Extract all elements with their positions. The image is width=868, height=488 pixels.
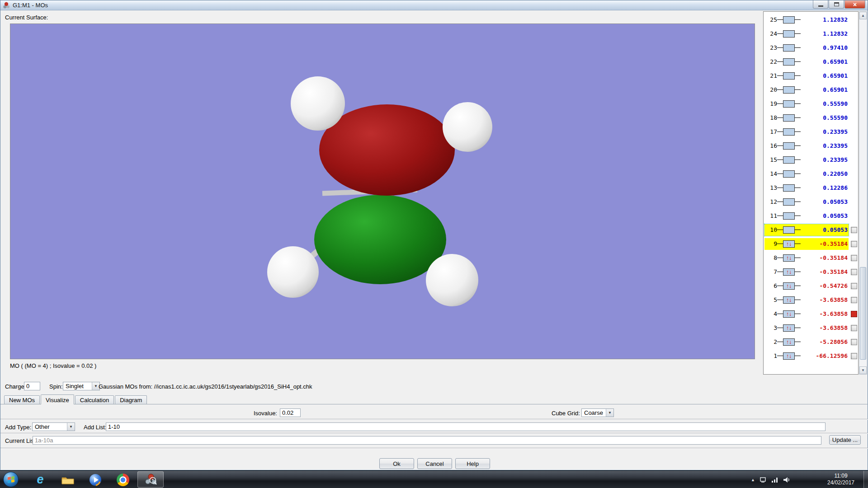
mo-row-main[interactable]: 22 0.65901 xyxy=(764,56,849,68)
taskbar-file-explorer[interactable] xyxy=(55,471,81,488)
mo-occupancy-box[interactable] xyxy=(783,16,795,23)
mo-occupancy-box[interactable] xyxy=(783,184,795,192)
mo-row-main[interactable]: 14 0.22050 xyxy=(764,168,849,180)
mo-row-main[interactable]: 6 ↑↓ -0.54726 xyxy=(764,280,849,292)
update-button[interactable]: Update ... xyxy=(829,435,861,445)
mo-row-main[interactable]: 8 ↑↓ -0.35184 xyxy=(764,252,849,264)
start-button[interactable] xyxy=(3,472,19,487)
taskbar-clock[interactable]: 11:09 24/02/2017 xyxy=(820,473,862,486)
mo-occupancy-box[interactable] xyxy=(783,58,795,66)
mo-row-main[interactable]: 11 0.05053 xyxy=(764,210,849,222)
mo-row-main[interactable]: 4 ↑↓ -3.63858 xyxy=(764,308,849,320)
add-type-select[interactable]: Other ▼ xyxy=(32,422,75,431)
mo-occupancy-box[interactable] xyxy=(783,30,795,38)
mo-checkbox[interactable] xyxy=(851,297,857,303)
chevron-down-icon[interactable]: ▼ xyxy=(67,423,75,431)
mo-occupancy-box[interactable] xyxy=(783,128,795,136)
chevron-down-icon[interactable]: ▼ xyxy=(606,409,613,417)
action-center-icon[interactable] xyxy=(760,477,767,483)
mo-occupancy-box[interactable]: ↑↓ xyxy=(783,310,795,318)
mo-row-main[interactable]: 7 ↑↓ -0.35184 xyxy=(764,266,849,278)
mo-checkbox[interactable] xyxy=(851,325,857,331)
cube-grid-select[interactable]: Coarse ▼ xyxy=(581,408,614,417)
mo-checkbox[interactable] xyxy=(851,241,857,247)
mo-checkbox[interactable] xyxy=(851,269,857,275)
mo-occupancy-box[interactable] xyxy=(783,198,795,206)
network-icon[interactable] xyxy=(771,477,778,483)
mo-row-main[interactable]: 17 0.23395 xyxy=(764,126,849,138)
taskbar-gaussview-active[interactable] xyxy=(137,471,164,488)
scroll-down-icon[interactable]: ▼ xyxy=(859,366,867,374)
mo-occupancy-box[interactable]: ↑↓ xyxy=(783,254,795,262)
mo-row-main[interactable]: 3 ↑↓ -3.63858 xyxy=(764,322,849,334)
maximize-button[interactable] xyxy=(829,0,844,9)
mo-occupancy-box[interactable]: ↑↓ xyxy=(783,352,795,360)
tab-visualize[interactable]: Visualize xyxy=(41,394,74,404)
charge-input[interactable] xyxy=(24,382,40,390)
mo-occupancy-box[interactable] xyxy=(783,156,795,164)
mo-row-main[interactable]: 16 0.23395 xyxy=(764,140,849,152)
mo-row-main[interactable]: 24 1.12832 xyxy=(764,28,849,40)
mo-checkbox[interactable] xyxy=(851,339,857,345)
scroll-up-icon[interactable]: ▲ xyxy=(859,12,867,19)
mo-row-main[interactable]: 20 0.65901 xyxy=(764,84,849,96)
mo-occupancy-box[interactable]: ↑↓ xyxy=(783,282,795,290)
mo-checkbox[interactable] xyxy=(851,255,857,261)
taskbar-media-player[interactable] xyxy=(82,471,108,488)
tab-new-mos[interactable]: New MOs xyxy=(4,395,40,404)
mo-occupancy-box[interactable]: ↑↓ xyxy=(783,338,795,346)
mo-checkbox[interactable] xyxy=(851,311,857,317)
mo-row-main[interactable]: 5 ↑↓ -3.63858 xyxy=(764,294,849,306)
taskbar-chrome[interactable] xyxy=(110,471,136,488)
mo-occupancy-box[interactable] xyxy=(783,212,795,220)
tab-diagram[interactable]: Diagram xyxy=(115,395,147,404)
molecule-viewport[interactable] xyxy=(10,23,755,359)
mo-row-main[interactable]: 23 0.97410 xyxy=(764,42,849,54)
mo-occupancy-box[interactable]: ↑↓ xyxy=(783,240,795,248)
molecule-render[interactable] xyxy=(10,24,755,359)
mo-energy: 0.65901 xyxy=(801,86,848,93)
mo-row-main[interactable]: 15 0.23395 xyxy=(764,154,849,166)
show-desktop-button[interactable] xyxy=(863,471,868,488)
mo-occupancy-box[interactable] xyxy=(783,86,795,94)
close-button[interactable]: × xyxy=(844,0,865,9)
mo-row-main[interactable]: 9 ↑↓ -0.35184 xyxy=(764,238,849,250)
mo-row-main[interactable]: 18 0.55590 xyxy=(764,112,849,124)
isovalue-input[interactable] xyxy=(280,408,301,417)
help-button[interactable]: Help xyxy=(455,458,490,469)
mo-row-main[interactable]: 10 0.05053 xyxy=(764,224,849,236)
mo-occupancy-box[interactable] xyxy=(783,100,795,108)
mo-row-main[interactable]: 25 1.12832 xyxy=(764,14,849,26)
mo-checkbox[interactable] xyxy=(851,283,857,289)
mo-occupancy-box[interactable] xyxy=(783,114,795,122)
mo-row-main[interactable]: 2 ↑↓ -5.28056 xyxy=(764,336,849,348)
spin-select[interactable]: Singlet ▼ xyxy=(63,382,100,390)
add-list-input[interactable] xyxy=(106,422,826,431)
cancel-button[interactable]: Cancel xyxy=(417,458,452,469)
mo-checkbox[interactable] xyxy=(851,227,857,233)
mo-occupancy-box[interactable]: ↑↓ xyxy=(783,268,795,276)
mo-row-main[interactable]: 21 0.65901 xyxy=(764,70,849,82)
scrollbar-thumb[interactable] xyxy=(860,267,866,360)
tray-expand-icon[interactable]: ▲ xyxy=(751,478,755,482)
mo-row-main[interactable]: 1 ↑↓ -66.12596 xyxy=(764,350,849,362)
ok-button[interactable]: Ok xyxy=(379,458,414,469)
mo-row-main[interactable]: 13 0.12286 xyxy=(764,182,849,194)
mo-occupancy-box[interactable] xyxy=(783,142,795,150)
taskbar-internet-explorer[interactable]: e xyxy=(27,471,53,488)
mo-occupancy-box[interactable] xyxy=(783,170,795,178)
mo-occupancy-box[interactable]: ↑↓ xyxy=(783,296,795,304)
mo-row-main[interactable]: 19 0.55590 xyxy=(764,98,849,110)
tab-calculation[interactable]: Calculation xyxy=(75,395,114,404)
mo-occupancy-box[interactable] xyxy=(783,72,795,80)
mo-occupancy-box[interactable] xyxy=(783,44,795,52)
mo-energy: 0.65901 xyxy=(801,58,848,65)
mo-checkbox[interactable] xyxy=(851,353,857,359)
mo-occupancy-box[interactable] xyxy=(783,226,795,234)
volume-icon[interactable] xyxy=(783,477,790,483)
mo-row-main[interactable]: 12 0.05053 xyxy=(764,196,849,208)
mo-list-scrollbar[interactable]: ▲ ▼ xyxy=(859,11,867,375)
title-bar[interactable]: G1:M1 - MOs × xyxy=(0,0,868,10)
mo-occupancy-box[interactable]: ↑↓ xyxy=(783,324,795,332)
minimize-button[interactable] xyxy=(813,0,828,9)
